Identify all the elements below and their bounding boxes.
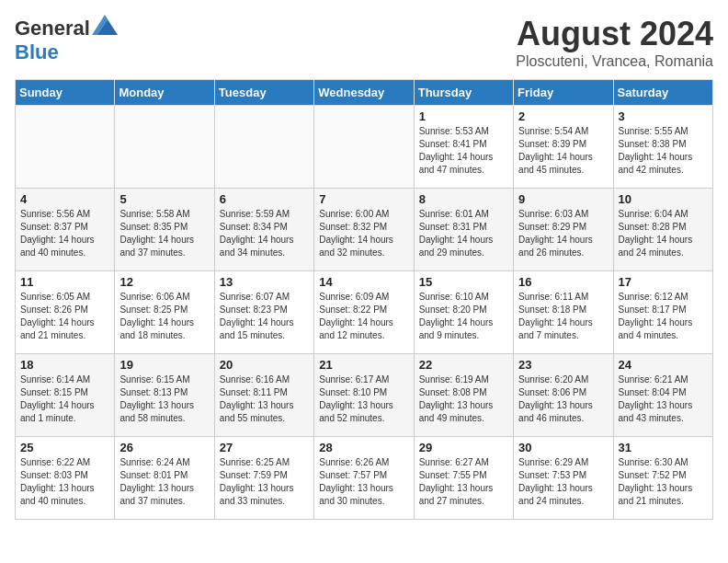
calendar-day: 2Sunrise: 5:54 AM Sunset: 8:39 PM Daylig… [514, 106, 613, 189]
day-number: 9 [518, 192, 608, 206]
weekday-header: Sunday [16, 80, 115, 106]
calendar-day: 30Sunrise: 6:29 AM Sunset: 7:53 PM Dayli… [514, 437, 613, 520]
calendar-day: 14Sunrise: 6:09 AM Sunset: 8:22 PM Dayli… [314, 271, 414, 354]
day-info: Sunrise: 6:30 AM Sunset: 7:52 PM Dayligh… [619, 456, 708, 508]
calendar-day: 25Sunrise: 6:22 AM Sunset: 8:03 PM Dayli… [16, 437, 115, 520]
day-number: 5 [119, 192, 209, 206]
day-info: Sunrise: 5:59 AM Sunset: 8:34 PM Dayligh… [220, 208, 309, 259]
day-number: 27 [220, 441, 309, 454]
day-number: 17 [619, 275, 708, 289]
day-number: 2 [518, 109, 608, 123]
weekday-header: Wednesday [314, 80, 414, 106]
location: Ploscuteni, Vrancea, Romania [516, 53, 713, 70]
calendar-day: 20Sunrise: 6:16 AM Sunset: 8:11 PM Dayli… [214, 354, 313, 437]
calendar-day: 31Sunrise: 6:30 AM Sunset: 7:52 PM Dayli… [613, 437, 712, 520]
day-info: Sunrise: 6:16 AM Sunset: 8:11 PM Dayligh… [220, 373, 309, 425]
day-number: 25 [20, 441, 109, 454]
calendar-week-row: 18Sunrise: 6:14 AM Sunset: 8:15 PM Dayli… [16, 354, 713, 437]
weekday-header: Monday [115, 80, 214, 106]
calendar-day: 29Sunrise: 6:27 AM Sunset: 7:55 PM Dayli… [414, 437, 513, 520]
calendar-day: 23Sunrise: 6:20 AM Sunset: 8:06 PM Dayli… [514, 354, 613, 437]
day-number: 28 [319, 441, 408, 454]
day-number: 4 [20, 192, 109, 206]
day-number: 16 [518, 275, 608, 289]
day-number: 26 [119, 441, 209, 454]
day-number: 24 [619, 358, 708, 372]
calendar-day: 19Sunrise: 6:15 AM Sunset: 8:13 PM Dayli… [115, 354, 214, 437]
day-info: Sunrise: 5:56 AM Sunset: 8:37 PM Dayligh… [20, 208, 109, 259]
day-number: 11 [20, 275, 109, 289]
logo-icon [92, 15, 118, 35]
day-number: 29 [419, 441, 508, 454]
day-number: 20 [220, 358, 309, 372]
day-info: Sunrise: 6:26 AM Sunset: 7:57 PM Dayligh… [319, 456, 408, 508]
calendar-day: 26Sunrise: 6:24 AM Sunset: 8:01 PM Dayli… [115, 437, 214, 520]
weekday-header: Thursday [414, 80, 513, 106]
day-info: Sunrise: 6:21 AM Sunset: 8:04 PM Dayligh… [619, 373, 708, 425]
day-number: 23 [518, 358, 608, 372]
day-number: 8 [419, 192, 508, 206]
calendar-day: 7Sunrise: 6:00 AM Sunset: 8:32 PM Daylig… [314, 189, 414, 271]
calendar-day [314, 106, 414, 189]
day-info: Sunrise: 6:14 AM Sunset: 8:15 PM Dayligh… [20, 373, 109, 425]
calendar-day: 28Sunrise: 6:26 AM Sunset: 7:57 PM Dayli… [314, 437, 414, 520]
day-info: Sunrise: 6:00 AM Sunset: 8:32 PM Dayligh… [319, 208, 408, 259]
day-info: Sunrise: 6:27 AM Sunset: 7:55 PM Dayligh… [419, 456, 508, 508]
weekday-header: Saturday [613, 80, 712, 106]
calendar-day: 11Sunrise: 6:05 AM Sunset: 8:26 PM Dayli… [16, 271, 115, 354]
day-info: Sunrise: 6:15 AM Sunset: 8:13 PM Dayligh… [119, 373, 209, 425]
day-number: 6 [220, 192, 309, 206]
calendar-day: 9Sunrise: 6:03 AM Sunset: 8:29 PM Daylig… [514, 189, 613, 271]
day-info: Sunrise: 6:04 AM Sunset: 8:28 PM Dayligh… [619, 208, 708, 259]
calendar-day: 16Sunrise: 6:11 AM Sunset: 8:18 PM Dayli… [514, 271, 613, 354]
day-info: Sunrise: 5:55 AM Sunset: 8:38 PM Dayligh… [619, 125, 708, 177]
day-number: 30 [518, 441, 608, 454]
calendar-day: 3Sunrise: 5:55 AM Sunset: 8:38 PM Daylig… [613, 106, 712, 189]
calendar-day: 6Sunrise: 5:59 AM Sunset: 8:34 PM Daylig… [214, 189, 313, 271]
calendar-day: 27Sunrise: 6:25 AM Sunset: 7:59 PM Dayli… [214, 437, 313, 520]
calendar-day: 21Sunrise: 6:17 AM Sunset: 8:10 PM Dayli… [314, 354, 414, 437]
day-info: Sunrise: 6:22 AM Sunset: 8:03 PM Dayligh… [20, 456, 109, 508]
day-info: Sunrise: 6:05 AM Sunset: 8:26 PM Dayligh… [20, 291, 109, 342]
day-info: Sunrise: 6:07 AM Sunset: 8:23 PM Dayligh… [220, 291, 309, 342]
month-title: August 2024 [516, 15, 713, 53]
day-number: 15 [419, 275, 508, 289]
day-number: 21 [319, 358, 408, 372]
calendar-day: 5Sunrise: 5:58 AM Sunset: 8:35 PM Daylig… [115, 189, 214, 271]
day-info: Sunrise: 5:54 AM Sunset: 8:39 PM Dayligh… [518, 125, 608, 177]
day-info: Sunrise: 6:11 AM Sunset: 8:18 PM Dayligh… [518, 291, 608, 342]
calendar-day: 13Sunrise: 6:07 AM Sunset: 8:23 PM Dayli… [214, 271, 313, 354]
title-area: August 2024 Ploscuteni, Vrancea, Romania [516, 15, 713, 70]
day-info: Sunrise: 6:24 AM Sunset: 8:01 PM Dayligh… [119, 456, 209, 508]
day-info: Sunrise: 5:53 AM Sunset: 8:41 PM Dayligh… [419, 125, 508, 177]
calendar-day [16, 106, 115, 189]
day-info: Sunrise: 6:12 AM Sunset: 8:17 PM Dayligh… [619, 291, 708, 342]
day-number: 3 [619, 109, 708, 123]
day-info: Sunrise: 6:06 AM Sunset: 8:25 PM Dayligh… [119, 291, 209, 342]
logo: General Blue [15, 15, 118, 64]
day-info: Sunrise: 6:01 AM Sunset: 8:31 PM Dayligh… [419, 208, 508, 259]
day-number: 10 [619, 192, 708, 206]
calendar-day: 18Sunrise: 6:14 AM Sunset: 8:15 PM Dayli… [16, 354, 115, 437]
calendar: SundayMondayTuesdayWednesdayThursdayFrid… [15, 79, 713, 520]
day-number: 18 [20, 358, 109, 372]
day-number: 7 [319, 192, 408, 206]
calendar-week-row: 11Sunrise: 6:05 AM Sunset: 8:26 PM Dayli… [16, 271, 713, 354]
calendar-day: 10Sunrise: 6:04 AM Sunset: 8:28 PM Dayli… [613, 189, 712, 271]
calendar-day [214, 106, 313, 189]
day-number: 13 [220, 275, 309, 289]
day-info: Sunrise: 6:19 AM Sunset: 8:08 PM Dayligh… [419, 373, 508, 425]
day-info: Sunrise: 5:58 AM Sunset: 8:35 PM Dayligh… [119, 208, 209, 259]
day-info: Sunrise: 6:03 AM Sunset: 8:29 PM Dayligh… [518, 208, 608, 259]
day-number: 19 [119, 358, 209, 372]
day-info: Sunrise: 6:10 AM Sunset: 8:20 PM Dayligh… [419, 291, 508, 342]
day-number: 14 [319, 275, 408, 289]
weekday-header: Friday [514, 80, 613, 106]
calendar-day: 1Sunrise: 5:53 AM Sunset: 8:41 PM Daylig… [414, 106, 513, 189]
calendar-day: 4Sunrise: 5:56 AM Sunset: 8:37 PM Daylig… [16, 189, 115, 271]
day-info: Sunrise: 6:09 AM Sunset: 8:22 PM Dayligh… [319, 291, 408, 342]
calendar-day: 8Sunrise: 6:01 AM Sunset: 8:31 PM Daylig… [414, 189, 513, 271]
weekday-header: Tuesday [214, 80, 313, 106]
header: General Blue August 2024 Ploscuteni, Vra… [15, 15, 713, 70]
logo-general-text: General [15, 17, 90, 40]
